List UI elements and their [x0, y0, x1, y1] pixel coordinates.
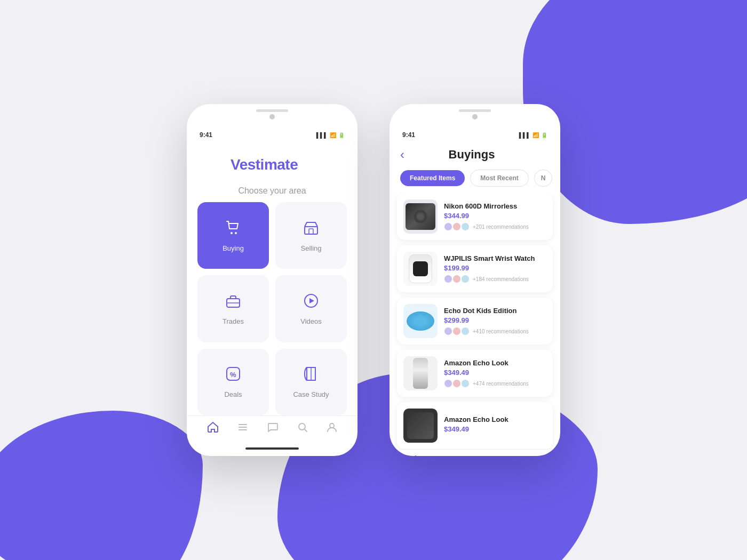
svg-point-14: [330, 423, 334, 428]
nav-search-icon[interactable]: [297, 422, 308, 435]
rec-avatar-2: [452, 327, 461, 335]
wifi-icon-2: 📶: [533, 132, 539, 138]
item-info-watch: WJPILIS Smart Wrist Watch $199.99 +184 r…: [444, 254, 546, 283]
item-info-echo-look: Amazon Echo Look $349.49 +474 recommenda…: [444, 359, 546, 388]
nav-search-icon-2[interactable]: [500, 455, 511, 456]
phone1-content: Vestimate Choose your area: [187, 142, 357, 441]
phone-time-2: 9:41: [402, 131, 415, 139]
nav-chat-icon-2[interactable]: [470, 455, 481, 456]
trades-label: Trades: [222, 317, 244, 325]
case-study-label: Case Study: [293, 390, 329, 398]
home-bar-line-1: [245, 447, 299, 450]
list-item[interactable]: Amazon Echo Look $349.49 +474 recommenda…: [397, 350, 553, 397]
menu-item-selling[interactable]: Selling: [275, 202, 347, 269]
list-item[interactable]: WJPILIS Smart Wrist Watch $199.99 +184 r…: [397, 245, 553, 292]
briefcase-icon: [225, 292, 242, 313]
rec-avatar-1: [444, 327, 452, 335]
menu-item-case-study[interactable]: Case Study: [275, 349, 347, 415]
tabs-row: Featured Items Most Recent N: [390, 170, 560, 193]
menu-item-trades[interactable]: Trades: [197, 275, 269, 342]
svg-point-13: [299, 423, 305, 430]
rec-avatar-1: [444, 222, 452, 231]
nav-chat-icon[interactable]: [267, 422, 278, 435]
item-price: $349.49: [444, 425, 546, 433]
signal-icon: ▌▌▌: [316, 132, 328, 138]
item-name: Amazon Echo Look: [444, 359, 546, 367]
phone-status-icons: ▌▌▌ 📶 🔋: [316, 132, 345, 138]
cart-icon: [225, 219, 242, 240]
menu-item-deals[interactable]: % Deals: [197, 349, 269, 415]
nav-home-icon[interactable]: [207, 421, 219, 436]
phone-status-bar-2: 9:41 ▌▌▌ 📶 🔋: [390, 124, 560, 142]
rec-avatar-2: [452, 222, 461, 231]
camera-image: [406, 203, 435, 230]
deals-icon: %: [225, 365, 242, 386]
svg-text:%: %: [230, 371, 236, 379]
rec-count: +474 recommendations: [473, 381, 529, 387]
bottom-nav-phone2: [390, 449, 560, 456]
phone-camera-2: [472, 114, 478, 119]
watch-image: [409, 254, 432, 283]
phone-home: 9:41 ▌▌▌ 📶 🔋 Vestimate Choose your area: [187, 104, 357, 456]
item-name: WJPILIS Smart Wrist Watch: [444, 254, 546, 262]
buyings-title: Buyings: [410, 148, 534, 162]
menu-item-buying[interactable]: Buying: [197, 202, 269, 269]
store-icon: [303, 219, 320, 240]
videos-label: Videos: [300, 317, 322, 325]
menu-grid: Buying Selling: [187, 202, 357, 415]
deals-label: Deals: [224, 390, 242, 398]
tab-most-recent[interactable]: Most Recent: [470, 170, 528, 187]
phone-status-bar: 9:41 ▌▌▌ 📶 🔋: [187, 124, 357, 142]
item-price: $344.99: [444, 212, 546, 220]
signal-icon-2: ▌▌▌: [519, 132, 530, 138]
rec-avatar-2: [452, 275, 461, 283]
tab-featured[interactable]: Featured Items: [400, 170, 465, 186]
phone-speaker-2: [459, 109, 491, 112]
selling-label: Selling: [300, 244, 321, 252]
item-recs: +410 recommendations: [444, 327, 546, 335]
rec-avatar-1: [444, 275, 452, 283]
wifi-icon: 📶: [330, 132, 336, 138]
phone-camera: [269, 114, 275, 119]
echo-look-image: [413, 358, 428, 389]
rec-avatar-3: [461, 222, 470, 231]
item-thumb-watch: [403, 252, 438, 286]
item-name: Nikon 600D Mirrorless: [444, 202, 546, 210]
list-item[interactable]: Nikon 600D Mirrorless $344.99 +201 recom…: [397, 193, 553, 240]
rec-avatar-3: [461, 275, 470, 283]
vestimate-logo: Vestimate: [187, 142, 357, 186]
svg-marker-7: [309, 298, 314, 303]
item-thumb-echo-look: [403, 356, 438, 390]
item-name: Amazon Echo Look: [444, 415, 546, 423]
menu-item-videos[interactable]: Videos: [275, 275, 347, 342]
items-list: Nikon 600D Mirrorless $344.99 +201 recom…: [390, 193, 560, 449]
logo-svg: Vestimate: [229, 153, 315, 174]
svg-rect-11: [239, 427, 247, 428]
nav-list-icon-2[interactable]: [440, 455, 451, 456]
play-icon: [303, 292, 320, 313]
rec-avatar-1: [444, 379, 452, 388]
nav-home-icon-2[interactable]: [410, 455, 422, 456]
list-item[interactable]: Echo Dot Kids Edition $299.99 +410 recom…: [397, 298, 553, 345]
item-thumb-echo-look2: [403, 409, 438, 443]
tab-n[interactable]: N: [534, 170, 553, 187]
back-button[interactable]: ‹: [400, 147, 404, 162]
echo-look2-image: [407, 412, 434, 439]
item-price: $349.49: [444, 369, 546, 377]
nav-list-icon[interactable]: [237, 422, 248, 435]
list-item[interactable]: Amazon Echo Look $349.49: [397, 402, 553, 449]
buyings-header: ‹ Buyings: [390, 142, 560, 170]
nav-user-icon[interactable]: [327, 422, 337, 435]
item-info-camera: Nikon 600D Mirrorless $344.99 +201 recom…: [444, 202, 546, 231]
item-recs: +474 recommendations: [444, 379, 546, 388]
item-price: $199.99: [444, 264, 546, 272]
choose-area-label: Choose your area: [187, 186, 357, 196]
svg-rect-12: [239, 429, 247, 430]
battery-icon-2: 🔋: [541, 132, 547, 138]
item-thumb-camera: [403, 199, 438, 234]
phone-status-icons-2: ▌▌▌ 📶 🔋: [519, 132, 547, 138]
nav-user-icon-2[interactable]: [529, 455, 540, 456]
item-recs: +184 recommendations: [444, 275, 546, 283]
bottom-nav-phone1: [187, 415, 357, 441]
svg-rect-4: [309, 229, 313, 234]
